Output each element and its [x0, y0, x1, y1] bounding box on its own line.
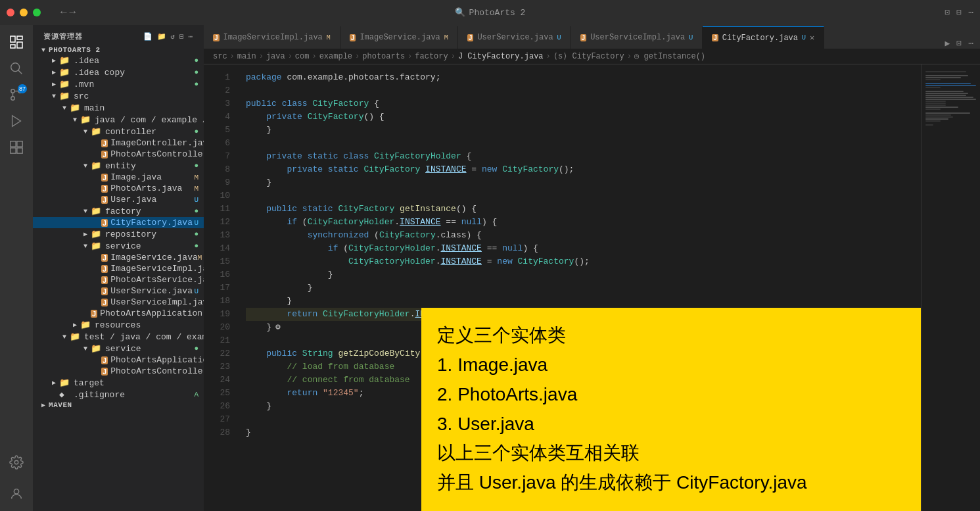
sidebar-item-search[interactable] [5, 57, 28, 80]
tree-item-factory[interactable]: ▼ 📁 factory ● [33, 205, 204, 217]
layout-icon[interactable]: ⊡ [945, 7, 950, 18]
maximize-button[interactable] [33, 9, 41, 16]
tree-item-userservice[interactable]: J UserService.java U [33, 285, 204, 297]
tree-item-testpath[interactable]: ▼ 📁 test / java / com / example / photoa… [33, 331, 204, 343]
tree-item-idea[interactable]: ▶ 📁 .idea ● [33, 55, 204, 66]
folder-icon: 📁 [59, 79, 71, 89]
tree-label: repository [105, 230, 194, 239]
tree-item-main[interactable]: ▼ 📁 main [33, 102, 204, 114]
tree-item-imageserviceimpl[interactable]: J ImageServiceImpl.java M [33, 263, 204, 274]
sidebar-item-extensions[interactable] [5, 135, 28, 159]
tree-item-service[interactable]: ▼ 📁 service ● [33, 240, 204, 252]
refresh-icon[interactable]: ↺ [170, 32, 175, 41]
new-file-icon[interactable]: 📄 [143, 32, 153, 41]
tree-item-image[interactable]: J Image.java M [33, 172, 204, 183]
tree-item-photoartscontroller[interactable]: J PhotoArtsController.java M [33, 149, 204, 160]
breadcrumb-file[interactable]: J CityFactory.java [458, 52, 544, 61]
tree-badge: ● [194, 80, 198, 88]
search-icon: 🔍 [455, 7, 465, 18]
tree-item-user[interactable]: J User.java U [33, 194, 204, 205]
tree-item-service-test[interactable]: ▼ 📁 service ● [33, 343, 204, 354]
tree-label: .gitignore [74, 390, 194, 400]
breadcrumb-example[interactable]: example [319, 52, 352, 61]
sidebar-item-run[interactable] [5, 109, 28, 133]
minimap [921, 64, 980, 511]
breadcrumb-sep: › [408, 52, 412, 61]
tab-userserviceimpl[interactable]: J UserServiceImpl.java U [571, 26, 703, 49]
minimize-button[interactable] [20, 9, 28, 16]
breadcrumb-java[interactable]: java [266, 52, 285, 61]
tree-item-photoartsapptests[interactable]: J PhotoArtsApplicationTests.java M [33, 354, 204, 366]
breadcrumb-src[interactable]: src [213, 52, 227, 61]
more-icon[interactable]: ⋯ [968, 7, 973, 18]
svg-rect-12 [11, 148, 16, 153]
tree-item-photoartsapp[interactable]: J PhotoArtsApplication.java M [33, 308, 204, 319]
tree-item-imageservice[interactable]: J ImageService.java M [33, 252, 204, 263]
nav-forward-icon[interactable]: → [70, 7, 76, 18]
tree-item-javapath[interactable]: ▼ 📁 java / com / example / photoarts [33, 114, 204, 126]
tree-item-userserviceimpl[interactable]: J UserServiceImpl.java U [33, 297, 204, 308]
expand-arrow: ▶ [70, 321, 80, 329]
folder-icon: 📁 [80, 114, 92, 125]
tree-item-project[interactable]: ▼ PHOTOARTS 2 [33, 45, 204, 55]
tree-item-cityfactory[interactable]: J CityFactory.java U [33, 217, 204, 228]
tree-item-photoartsservice[interactable]: J PhotoArtsService.java M [33, 274, 204, 285]
folder-icon: 📁 [70, 331, 82, 342]
more-icon[interactable]: ⋯ [188, 32, 193, 41]
split-editor-icon[interactable]: ⊡ [956, 38, 962, 49]
breadcrumb-sep: › [451, 52, 455, 61]
gear-popup-icon[interactable]: ⚙️ [275, 321, 281, 334]
new-folder-icon[interactable]: 📁 [157, 32, 167, 41]
sidebar-item-explorer[interactable] [5, 30, 28, 54]
split-icon[interactable]: ⊟ [956, 7, 962, 18]
close-tab-icon[interactable]: ✕ [810, 33, 814, 43]
sidebar-item-settings[interactable] [5, 450, 28, 474]
tree-label: PhotoArtsApplicationTests.java [110, 355, 204, 365]
tree-item-gitignore[interactable]: ◆ .gitignore A [33, 389, 204, 401]
tree-item-imagecontroller[interactable]: J ImageController.java U [33, 137, 204, 149]
breadcrumb-photoarts[interactable]: photoarts [362, 52, 405, 61]
collapse-icon[interactable]: ⊟ [179, 32, 185, 41]
code-line-9: } [246, 176, 921, 189]
tree-label: .mvn [74, 80, 194, 89]
breadcrumb-factory[interactable]: factory [415, 52, 448, 61]
tree-item-controller[interactable]: ▼ 📁 controller ● [33, 126, 204, 137]
tree-item-resources[interactable]: ▶ 📁 resources [33, 319, 204, 331]
close-button[interactable] [7, 9, 14, 16]
tree-item-target[interactable]: ▶ 📁 target [33, 377, 204, 389]
tree-item-photoartsctrltest[interactable]: J PhotoArtsControllerTest.java M [33, 366, 204, 377]
tab-cityfactory[interactable]: J CityFactory.java U ✕ [703, 26, 824, 49]
java-icon: J [101, 219, 108, 227]
run-icon[interactable]: ▶ [945, 38, 950, 49]
expand-arrow: ▶ [38, 401, 49, 409]
tree-item-idea-copy[interactable]: ▶ 📁 .idea copy ● [33, 66, 204, 78]
sidebar-item-source-control[interactable]: 87 [5, 83, 28, 107]
tree-item-photoarts[interactable]: J PhotoArts.java M [33, 183, 204, 194]
breadcrumb-method[interactable]: ◎ getInstance() [634, 51, 705, 61]
tree-item-maven-section[interactable]: ▶ MAVEN [33, 401, 204, 410]
breadcrumb-com[interactable]: com [295, 52, 310, 61]
tree-item-repository[interactable]: ▶ 📁 repository ● [33, 228, 204, 240]
collapse-arrow: ▼ [38, 47, 49, 54]
tree-item-mvn[interactable]: ▶ 📁 .mvn ● [33, 78, 204, 90]
nav-back-icon[interactable]: ← [60, 7, 67, 18]
tree-badge: ● [194, 162, 198, 170]
tab-userservice[interactable]: J UserService.java U [458, 26, 571, 49]
breadcrumb-main[interactable]: main [237, 52, 256, 61]
breadcrumb-class[interactable]: ⟨s⟩ CityFactory [553, 51, 624, 61]
tab-imageserviceimpl[interactable]: J ImageServiceImpl.java M [204, 26, 340, 49]
tree-item-src[interactable]: ▼ 📁 src [33, 90, 204, 102]
more-actions-icon[interactable]: ⋯ [968, 38, 973, 49]
code-editor[interactable]: package com.example.photoarts.factory; p… [237, 64, 921, 511]
breadcrumb-sep: › [230, 52, 235, 61]
title-bar: ← → 🔍 PhotoArts 2 ⊡ ⊟ ⋯ [0, 0, 980, 25]
tree-item-entity[interactable]: ▼ 📁 entity ● [33, 160, 204, 172]
folder-icon: 📁 [59, 377, 71, 388]
breadcrumb-sep: › [627, 52, 632, 61]
tab-imageservice[interactable]: J ImageService.java M [340, 26, 458, 49]
sidebar-header-icons: 📄 📁 ↺ ⊟ ⋯ [143, 32, 193, 41]
folder-icon: 📁 [70, 103, 82, 113]
code-line-14: if (CityFactoryHolder.INSTANCE == null) … [246, 242, 921, 255]
tree-label: ImageServiceImpl.java [110, 264, 204, 274]
sidebar-item-account[interactable] [5, 482, 28, 506]
